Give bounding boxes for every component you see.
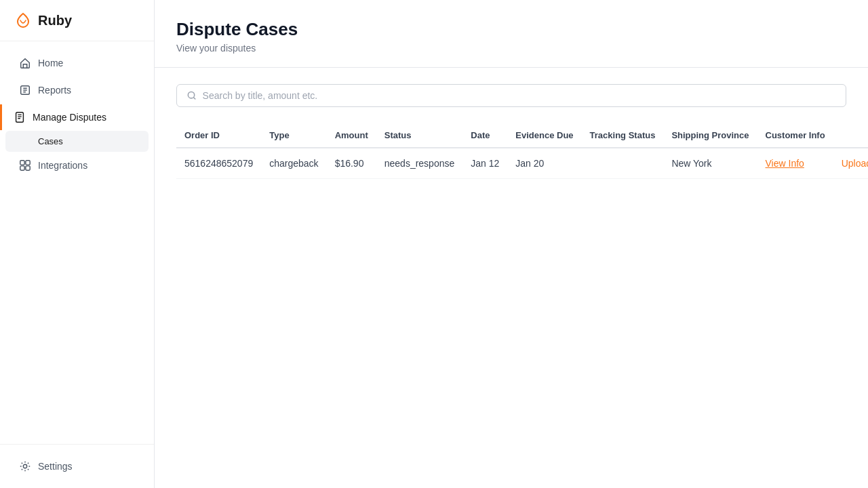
cell-upload-link[interactable]: Upload	[833, 148, 868, 179]
svg-rect-1	[16, 113, 24, 122]
main-content: Dispute Cases View your disputes Order I…	[155, 0, 868, 488]
table-header: Order ID Type Amount Status Date Evidenc…	[176, 123, 868, 148]
sidebar-item-integrations-label: Integrations	[38, 160, 87, 171]
page-header: Dispute Cases View your disputes	[155, 0, 868, 68]
cell-shipping-province: New York	[663, 148, 757, 179]
col-actions	[833, 123, 868, 148]
col-order-id: Order ID	[176, 123, 261, 148]
sidebar-item-home[interactable]: Home	[5, 50, 149, 76]
ruby-logo-icon	[14, 11, 33, 30]
cell-tracking-status	[582, 148, 664, 179]
search-icon	[186, 90, 197, 101]
cell-evidence-due: Jan 20	[507, 148, 581, 179]
svg-point-6	[23, 464, 26, 468]
sidebar-item-home-label: Home	[38, 58, 63, 68]
app-name: Ruby	[38, 13, 72, 28]
table-body: 5616248652079 chargeback $16.90 needs_re…	[176, 148, 868, 179]
cell-date: Jan 12	[462, 148, 507, 179]
search-input[interactable]	[203, 90, 836, 101]
logo-area: Ruby	[0, 0, 154, 41]
col-type: Type	[261, 123, 326, 148]
sidebar-item-settings[interactable]: Settings	[5, 453, 149, 479]
sidebar-sub-item-cases[interactable]: Cases	[5, 131, 149, 152]
sidebar-item-integrations[interactable]: Integrations	[5, 152, 149, 178]
settings-icon	[19, 460, 31, 472]
cell-order-id: 5616248652079	[176, 148, 261, 179]
svg-rect-3	[26, 161, 30, 165]
content-area: Order ID Type Amount Status Date Evidenc…	[155, 68, 868, 195]
col-status: Status	[376, 123, 463, 148]
sidebar-item-manage-disputes[interactable]: Manage Disputes	[0, 104, 149, 130]
svg-rect-4	[20, 166, 24, 170]
table-header-row: Order ID Type Amount Status Date Evidenc…	[176, 123, 868, 148]
page-subtitle: View your disputes	[176, 43, 846, 54]
sidebar: Ruby Home Reports Manage Disputes C	[0, 0, 155, 488]
col-tracking-status: Tracking Status	[582, 123, 664, 148]
sidebar-item-settings-label: Settings	[38, 461, 73, 472]
svg-rect-5	[26, 166, 30, 170]
reports-icon	[19, 84, 31, 96]
col-customer-info: Customer Info	[757, 123, 833, 148]
col-amount: Amount	[327, 123, 376, 148]
cell-type: chargeback	[261, 148, 326, 179]
home-icon	[19, 57, 31, 69]
search-bar[interactable]	[176, 84, 846, 107]
page-title: Dispute Cases	[176, 19, 846, 40]
sidebar-item-reports-label: Reports	[38, 85, 71, 96]
sidebar-sub-item-cases-label: Cases	[38, 136, 63, 146]
cell-customer-info-link[interactable]: View Info	[757, 148, 833, 179]
svg-rect-2	[20, 161, 24, 165]
sidebar-item-manage-disputes-label: Manage Disputes	[33, 112, 106, 123]
table-row: 5616248652079 chargeback $16.90 needs_re…	[176, 148, 868, 179]
col-shipping-province: Shipping Province	[663, 123, 757, 148]
svg-point-7	[188, 92, 194, 98]
sidebar-nav: Home Reports Manage Disputes Cases	[0, 41, 154, 444]
col-evidence-due: Evidence Due	[507, 123, 581, 148]
integrations-icon	[19, 159, 31, 171]
sidebar-bottom: Settings	[0, 444, 154, 488]
sidebar-item-reports[interactable]: Reports	[5, 77, 149, 103]
cell-amount: $16.90	[327, 148, 376, 179]
cell-status: needs_response	[376, 148, 463, 179]
disputes-table: Order ID Type Amount Status Date Evidenc…	[176, 123, 868, 179]
disputes-icon	[14, 111, 26, 123]
col-date: Date	[462, 123, 507, 148]
